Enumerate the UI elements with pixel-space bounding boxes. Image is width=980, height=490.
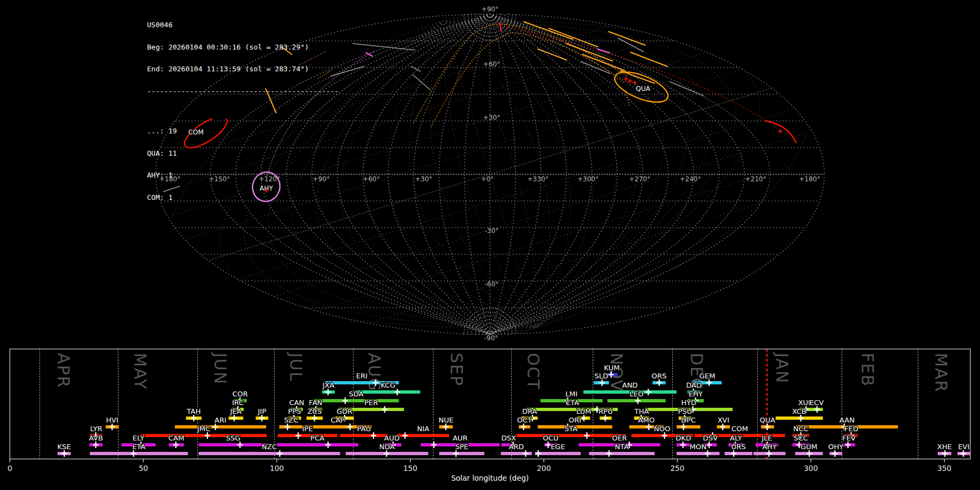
dec-label: -90°: [484, 334, 498, 342]
shower-bar-ipe: [278, 434, 338, 437]
shower-label-ohy: OHY: [828, 443, 843, 451]
dec-label: -30°: [485, 227, 499, 235]
month-label: APR: [54, 353, 73, 388]
shower-label-szc: SZC: [284, 416, 298, 424]
shower-bar-kcg: [356, 390, 420, 394]
count-qua: QUA: 11: [147, 150, 339, 157]
shower-bar-pau: [340, 434, 388, 437]
shower-label-sld: SLD: [595, 372, 609, 380]
shower-bar-dpc: [677, 425, 701, 428]
shower-bar-jmc: [141, 434, 267, 437]
spacer: [147, 109, 339, 113]
dec-label: +60°: [483, 60, 500, 68]
shower-label-eri: ERI: [356, 372, 367, 380]
shower-label-jle: JLE: [761, 434, 772, 442]
shower-label-ors: ORS: [652, 372, 667, 380]
shower-label-per: PER: [364, 399, 378, 407]
lon-label: +30°: [415, 175, 432, 183]
shower-label-zcs: ZCS: [308, 407, 322, 415]
shower-label-dsx: DSX: [501, 434, 516, 442]
shower-label-dsv: DSV: [703, 434, 718, 442]
x-tick-label: 0: [8, 464, 13, 473]
shower-label-ssg: SSG: [226, 434, 241, 442]
shower-label-dpc: DPC: [681, 416, 696, 424]
lon-label: +330°: [528, 175, 549, 183]
dec-label: -60°: [485, 280, 499, 288]
shower-label-nzc: NZC: [262, 443, 277, 451]
x-tick-label: 150: [403, 464, 418, 473]
shower-label-tha: THA: [634, 407, 649, 415]
count-com: COM: 1: [147, 194, 339, 201]
shower-label-aly: ALY: [730, 434, 742, 442]
pole-arc-south: [471, 316, 509, 334]
shower-label-hyd: HYD: [681, 399, 696, 407]
shower-label-jea: JEA: [230, 407, 242, 415]
lon-label: +210°: [745, 175, 767, 183]
shower-label-com: COM: [731, 425, 748, 433]
shower-label-nda: NDA: [379, 443, 395, 451]
shower-label-ely: ELY: [133, 434, 145, 442]
meteor-streak-magenta: [366, 53, 372, 56]
shower-bar-sta: [516, 434, 626, 437]
x-tick-label: 200: [537, 464, 551, 473]
x-axis-title: Solar longitude (deg): [451, 474, 529, 482]
shower-label-psu: PSU: [678, 407, 692, 415]
separator: ----------------------------------------…: [147, 88, 339, 95]
shower-label-xcb: XCB: [792, 407, 806, 415]
shower-label-eta: ETA: [132, 443, 145, 451]
shower-label-scc: SCC: [794, 434, 808, 442]
shower-bar-urs: [725, 452, 752, 455]
shower-label-avb: AVB: [89, 434, 103, 442]
shower-label-ehy: EHY: [689, 390, 703, 398]
shower-label-irc: IRC: [232, 399, 243, 407]
shower-bar-mon: [677, 452, 720, 455]
shower-label-gdr: GDR: [336, 407, 352, 415]
shower-label-ipe: IPE: [302, 425, 313, 433]
dec-label: +30°: [483, 114, 500, 121]
shower-label-mon: MON: [690, 443, 707, 451]
header-block: US0046 Beg: 20260104 00:30:16 (sol = 283…: [147, 7, 339, 216]
shower-label-spe: SPE: [455, 443, 468, 451]
shower-bar-ari: [175, 425, 266, 428]
shower-bar-sda: [314, 399, 399, 402]
shower-label-evi: EVI: [958, 443, 970, 451]
graticule-meridian: [346, 21, 537, 357]
shower-label-dad: DAD: [686, 381, 702, 389]
timeline-frame: [10, 349, 970, 459]
shower-label-cap: CAP: [330, 416, 345, 424]
x-tick-label: 250: [670, 464, 684, 473]
month-label: OCT: [524, 353, 543, 390]
shower-label-pps: PPS: [288, 407, 301, 415]
shower-label-amo: AMO: [638, 416, 654, 424]
shower-label-urs: URS: [731, 443, 746, 451]
shower-label-oct: OCT: [517, 416, 532, 424]
shower-label-cam: CAM: [168, 434, 184, 442]
radiant-edge-arc: [765, 121, 796, 143]
shower-label-tah: TAH: [186, 407, 201, 415]
meteor-streak-orange: [583, 54, 625, 71]
shower-label-ard: ARD: [509, 443, 524, 451]
shower-label-dra: DRA: [522, 407, 537, 415]
count-ahy: AHY: 1: [147, 171, 339, 179]
shower-label-and: AND: [622, 381, 638, 389]
meteor-streak-orange: [566, 44, 612, 61]
shower-label-fed: FED: [844, 425, 859, 433]
x-tick-label: 300: [804, 464, 818, 473]
shower-label-ocu: OCU: [543, 434, 559, 442]
pole-arc-south: [468, 312, 512, 334]
shower-label-kum: KUM: [604, 364, 620, 372]
shower-label-jxa: JXA: [322, 381, 335, 389]
graticule-meridian: [443, 0, 805, 327]
shower-label-sta: STA: [565, 425, 578, 433]
shower-label-sda: SDA: [349, 390, 364, 398]
count-sporadic: ...: 19: [147, 127, 339, 135]
x-tick-label: 100: [270, 464, 284, 473]
shower-bar-szc: [279, 425, 303, 428]
meteor-streak-orange: [524, 22, 573, 39]
shower-label-jip: JIP: [257, 407, 266, 415]
month-label: JUN: [211, 352, 230, 385]
shower-label-nue: NUE: [438, 416, 453, 424]
shower-label-rpu: RPU: [598, 407, 612, 415]
shower-bar-spe: [439, 452, 485, 455]
shower-label-gum: GUM: [801, 443, 818, 451]
